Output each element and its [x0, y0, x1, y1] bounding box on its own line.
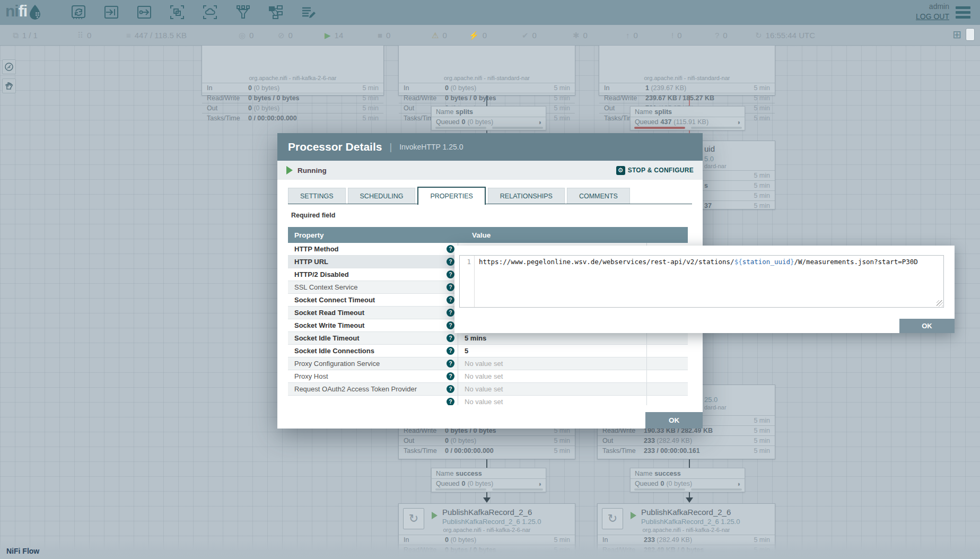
stat-row: Out0 (0 bytes)5 min	[202, 103, 383, 113]
load-balance-icon: ◑	[537, 118, 541, 126]
connection-label-splits-left[interactable]: Namesplits Queued0(0 bytes)◑	[431, 106, 546, 130]
help-icon[interactable]: ?	[447, 321, 454, 329]
status-not-transmitting: ⊘0	[278, 25, 293, 46]
status-connected-nodes: ⧉1 / 1	[13, 25, 38, 46]
toolbar-label-icon[interactable]	[299, 3, 318, 22]
value-editor[interactable]: 1 https://www.pegelonline.wsv.de/webserv…	[459, 255, 944, 308]
stat-row: Read/Write0 bytes / 0 bytes5 min	[202, 93, 383, 103]
processor-package: org.apache.nifi - nifi-standard-nar	[399, 75, 575, 81]
stat-row: Tasks/Time233 / 00:00:00.1615 min	[598, 446, 775, 456]
help-icon[interactable]: ?	[447, 245, 454, 253]
help-icon[interactable]: ?	[447, 385, 454, 393]
page-view-icon[interactable]	[966, 28, 975, 41]
property-name: Proxy Host	[288, 372, 447, 380]
processor-title: PublishKafkaRecord_2_6	[641, 508, 775, 517]
help-icon[interactable]: ?	[447, 398, 454, 405]
property-value[interactable]: 5 mins	[458, 334, 638, 342]
connection-label-splits-right[interactable]: Namesplits Queued437(115.91 KB)◑	[630, 106, 745, 130]
logout-link[interactable]: LOG OUT	[916, 12, 949, 21]
tab-scheduling[interactable]: SCHEDULING	[348, 188, 416, 204]
tab-settings[interactable]: SETTINGS	[288, 188, 346, 204]
breadcrumb[interactable]: NiFi Flow	[6, 547, 39, 555]
resize-handle[interactable]	[937, 300, 943, 307]
disabled-icon: ⚡	[469, 31, 479, 40]
compass-icon	[4, 62, 14, 72]
dialog-ok-button[interactable]: OK	[645, 412, 703, 429]
line-number-gutter: 1	[460, 256, 475, 307]
help-icon[interactable]: ?	[447, 283, 454, 291]
tab-relationships[interactable]: RELATIONSHIPS	[488, 188, 565, 204]
global-menu-icon[interactable]	[956, 6, 970, 21]
property-name: Socket Write Timeout	[288, 321, 447, 329]
current-user: admin	[916, 2, 949, 11]
running-indicator-icon	[631, 512, 636, 519]
hand-icon	[4, 81, 14, 91]
toolbar-funnel-icon[interactable]	[233, 3, 252, 22]
arrowhead-icon	[483, 497, 491, 503]
status-locally-modified-stale: !0	[671, 25, 682, 46]
property-row[interactable]: Request OAuth2 Access Token Provider?No …	[288, 383, 688, 396]
processor-package-fragment: dard-nar	[704, 404, 727, 410]
toolbar-remote-process-group-icon[interactable]	[200, 3, 220, 22]
tab-properties[interactable]: PROPERTIES	[417, 187, 485, 205]
value-editor-text[interactable]: https://www.pegelonline.wsv.de/webservic…	[475, 256, 943, 307]
canvas-footer: NiFi Flow	[0, 540, 980, 559]
gear-icon: ⚙	[616, 166, 625, 175]
property-name: HTTP/2 Disabled	[288, 270, 447, 278]
processor-version-fragment: 5.0	[704, 155, 714, 163]
toolbar-template-icon[interactable]	[266, 3, 285, 22]
grid-view-icon[interactable]: ⊞	[952, 28, 961, 41]
property-value[interactable]: No value set	[458, 385, 638, 393]
tab-comments[interactable]: COMMENTS	[567, 188, 630, 204]
locally-modified-stale-icon: !	[671, 31, 673, 40]
help-icon[interactable]: ?	[447, 334, 454, 342]
editor-ok-button[interactable]: OK	[899, 319, 955, 333]
property-row[interactable]: Proxy Configuration Service?No value set	[288, 357, 688, 370]
operate-palette-button[interactable]	[2, 78, 16, 93]
not-transmitting-icon: ⊘	[278, 31, 285, 40]
help-icon[interactable]: ?	[447, 296, 454, 304]
refresh-icon[interactable]: ↻	[755, 31, 762, 40]
property-name: HTTP Method	[288, 245, 447, 253]
toolbar-process-group-icon[interactable]	[168, 3, 187, 22]
status-active-threads: ⠿0	[77, 25, 91, 46]
processor-subtitle: PublishKafkaRecord_2_6 1.25.0	[641, 518, 775, 526]
value-editor-popup: 1 https://www.pegelonline.wsv.de/webserv…	[454, 246, 955, 333]
toolbar-processor-icon[interactable]	[69, 3, 88, 22]
running-icon: ▶	[325, 31, 331, 40]
property-name: SSL Context Service	[288, 283, 447, 291]
help-icon[interactable]: ?	[447, 360, 454, 368]
stat-row: Read/Write0 bytes / 0 bytes5 min	[399, 93, 575, 103]
property-value[interactable]: No value set	[458, 360, 638, 368]
toolbar-input-port-icon[interactable]	[102, 3, 121, 22]
stat-row: Read/Write239.67 KB / 185.27 KB5 min	[599, 93, 775, 103]
property-name: Socket Idle Connections	[288, 347, 447, 355]
connection-label-success-right[interactable]: Namesuccess Queued0(0 bytes)◑	[630, 468, 745, 492]
property-row[interactable]: Socket Idle Connections?5	[288, 345, 688, 357]
status-refresh[interactable]: ↻ 16:55:44 UTC	[755, 25, 815, 46]
nifi-logo: nifi	[5, 2, 42, 20]
help-icon[interactable]: ?	[447, 270, 454, 278]
load-balance-icon: ◑	[736, 118, 740, 126]
stat-row: In0 (0 bytes)5 min	[202, 83, 383, 93]
property-row[interactable]: Socket Idle Timeout?5 mins	[288, 332, 688, 345]
property-row[interactable]: Proxy Host?No value set	[288, 370, 688, 383]
help-icon[interactable]: ?	[447, 258, 454, 266]
property-value[interactable]: 5	[458, 347, 638, 355]
component-toolbar	[69, 3, 318, 22]
property-name: Request OAuth2 Access Token Provider	[288, 385, 447, 393]
connection-label-success-left[interactable]: Namesuccess Queued0(0 bytes)◑	[431, 468, 546, 492]
running-indicator-icon	[432, 512, 438, 519]
property-name: HTTP URL	[288, 258, 447, 266]
help-icon[interactable]: ?	[447, 347, 454, 355]
property-value[interactable]: No value set	[458, 398, 638, 405]
stat-row: Out0 (0 bytes)5 min	[399, 435, 575, 446]
property-value[interactable]: No value set	[458, 372, 638, 380]
properties-table-header: Property Value	[288, 227, 688, 243]
help-icon[interactable]: ?	[447, 309, 454, 317]
help-icon[interactable]: ?	[447, 372, 454, 380]
navigate-palette-button[interactable]	[2, 59, 16, 74]
stop-and-configure-button[interactable]: ⚙ STOP & CONFIGURE	[616, 166, 694, 175]
property-row[interactable]: ?No value set	[288, 396, 688, 405]
toolbar-output-port-icon[interactable]	[135, 3, 154, 22]
